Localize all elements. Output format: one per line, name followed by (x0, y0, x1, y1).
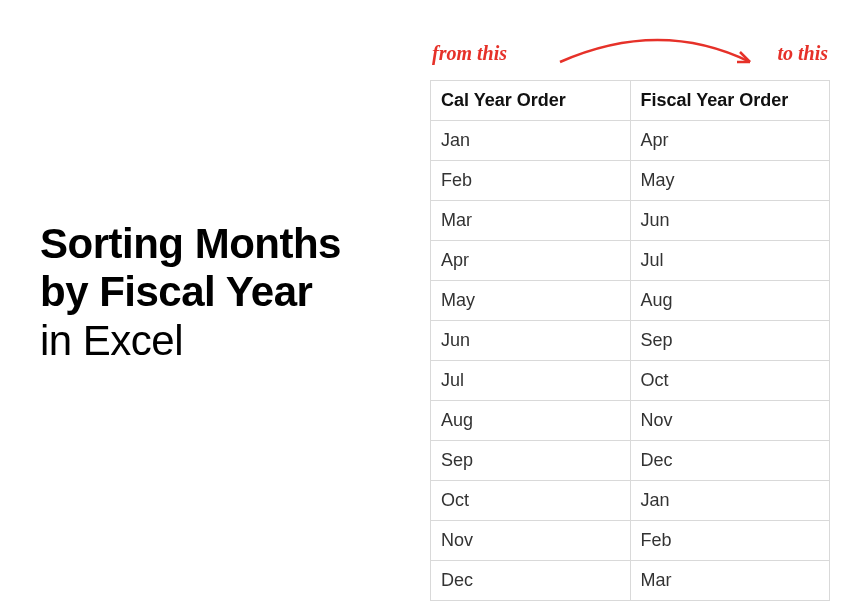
cell-fiscal-year: Jun (630, 201, 830, 241)
table-row: AprJul (431, 241, 830, 281)
header-fiscal-year: Fiscal Year Order (630, 81, 830, 121)
table-row: JanApr (431, 121, 830, 161)
table-row: DecMar (431, 561, 830, 601)
cell-fiscal-year: May (630, 161, 830, 201)
cell-fiscal-year: Jan (630, 481, 830, 521)
annotation-row: from this to this (430, 40, 830, 76)
cell-cal-year: Mar (431, 201, 631, 241)
cell-cal-year: Jun (431, 321, 631, 361)
table-row: NovFeb (431, 521, 830, 561)
table-row: FebMay (431, 161, 830, 201)
cell-fiscal-year: Jul (630, 241, 830, 281)
table-row: JulOct (431, 361, 830, 401)
table-row: MarJun (431, 201, 830, 241)
table-row: AugNov (431, 401, 830, 441)
from-this-label: from this (432, 42, 507, 65)
cell-cal-year: May (431, 281, 631, 321)
title-line-2: by Fiscal Year (40, 268, 420, 316)
cell-cal-year: Jul (431, 361, 631, 401)
cell-cal-year: Sep (431, 441, 631, 481)
cell-fiscal-year: Feb (630, 521, 830, 561)
header-cal-year: Cal Year Order (431, 81, 631, 121)
cell-fiscal-year: Aug (630, 281, 830, 321)
arrow-icon (550, 30, 770, 80)
table-row: MayAug (431, 281, 830, 321)
table-row: OctJan (431, 481, 830, 521)
cell-cal-year: Jan (431, 121, 631, 161)
to-this-label: to this (777, 42, 828, 65)
table-row: JunSep (431, 321, 830, 361)
cell-cal-year: Dec (431, 561, 631, 601)
page-title: Sorting Months by Fiscal Year in Excel (40, 220, 420, 365)
cell-fiscal-year: Dec (630, 441, 830, 481)
cell-fiscal-year: Sep (630, 321, 830, 361)
cell-fiscal-year: Nov (630, 401, 830, 441)
cell-cal-year: Nov (431, 521, 631, 561)
cell-fiscal-year: Apr (630, 121, 830, 161)
months-table: Cal Year Order Fiscal Year Order JanAprF… (430, 80, 830, 601)
table-header-row: Cal Year Order Fiscal Year Order (431, 81, 830, 121)
title-line-1: Sorting Months (40, 220, 420, 268)
cell-cal-year: Apr (431, 241, 631, 281)
title-line-3: in Excel (40, 317, 420, 365)
cell-fiscal-year: Mar (630, 561, 830, 601)
cell-cal-year: Feb (431, 161, 631, 201)
cell-fiscal-year: Oct (630, 361, 830, 401)
cell-cal-year: Oct (431, 481, 631, 521)
table-section: from this to this Cal Year Order Fiscal … (430, 40, 830, 601)
table-row: SepDec (431, 441, 830, 481)
cell-cal-year: Aug (431, 401, 631, 441)
